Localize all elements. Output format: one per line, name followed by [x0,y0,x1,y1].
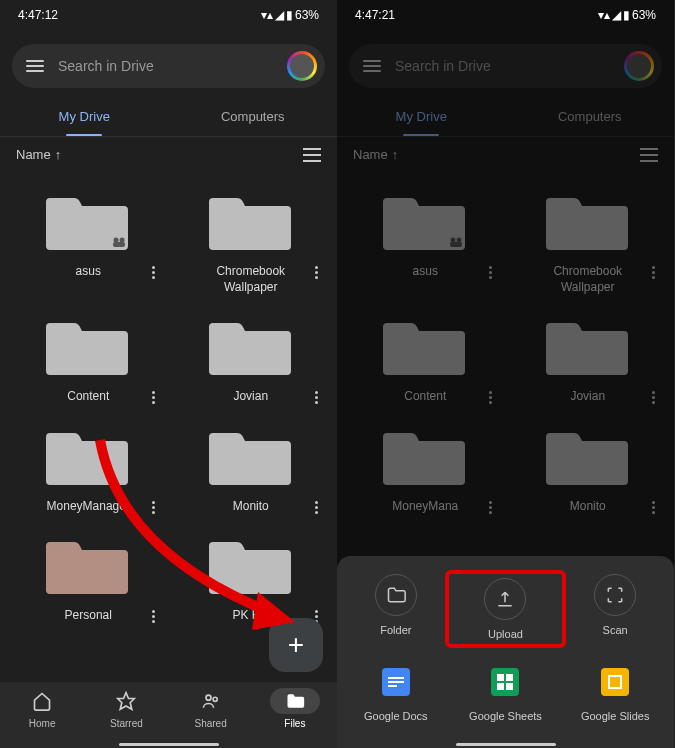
sheet-docs[interactable]: Google Docs [343,662,449,722]
folder-item[interactable]: Chromebook Wallpaper [508,182,667,301]
scan-icon [594,574,636,616]
folder-label: Chromebook Wallpaper [193,264,310,295]
gesture-bar [456,743,556,746]
svg-point-6 [206,695,211,700]
shared-icon [186,688,236,714]
avatar[interactable] [287,51,317,81]
search-bar[interactable]: Search in Drive [349,44,662,88]
status-time: 4:47:12 [18,8,58,22]
tab-my-drive[interactable]: My Drive [0,96,169,136]
more-icon[interactable] [147,264,161,279]
more-icon[interactable] [147,608,161,623]
status-right: ▾▴ ◢ ▮ 63% [261,8,319,22]
battery-icon: ▮ [286,8,293,22]
sheet-folder[interactable]: Folder [343,574,449,644]
battery-pct: 63% [295,8,319,22]
nav-home[interactable]: Home [0,688,84,748]
folder-icon [203,423,297,493]
folder-item[interactable]: Monito [171,417,330,521]
docs-icon [376,662,416,702]
folder-icon [40,532,134,602]
folder-icon [540,188,634,258]
search-input[interactable]: Search in Drive [58,58,273,74]
folder-item[interactable]: asus [345,182,504,301]
svg-marker-5 [118,693,135,710]
sheet-label: Folder [380,624,411,636]
folder-grid: asusChromebook WallpaperContentJovianMon… [0,172,337,630]
folder-item[interactable]: Jovian [508,307,667,411]
folder-label: Content [30,389,147,405]
view-toggle-icon[interactable] [303,148,321,162]
nav-shared[interactable]: Shared [169,688,253,748]
folder-item[interactable]: Monito [508,417,667,521]
folder-icon [540,423,634,493]
more-icon[interactable] [484,389,498,404]
tab-computers[interactable]: Computers [506,96,675,136]
nav-files[interactable]: Files [253,688,337,748]
folder-label: asus [30,264,147,280]
nav-star[interactable]: Starred [84,688,168,748]
sheet-scan[interactable]: Scan [562,574,668,644]
fab-add-button[interactable]: + [269,618,323,672]
sort-row: Name↑ [337,137,674,172]
folder-item[interactable]: MoneyMana [345,417,504,521]
status-right: ▾▴ ◢ ▮ 63% [598,8,656,22]
more-icon[interactable] [147,499,161,514]
more-icon[interactable] [646,264,660,279]
more-icon[interactable] [309,389,323,404]
menu-icon[interactable] [26,60,44,72]
sheet-label: Upload [488,628,523,640]
screen-left: 4:47:12 ▾▴ ◢ ▮ 63% Search in Drive My Dr… [0,0,337,748]
upload-icon [484,578,526,620]
search-input[interactable]: Search in Drive [395,58,610,74]
search-bar[interactable]: Search in Drive [12,44,325,88]
sheet-slides[interactable]: Google Slides [562,662,668,722]
more-icon[interactable] [309,264,323,279]
tabs: My Drive Computers [337,96,674,136]
tab-my-drive[interactable]: My Drive [337,96,506,136]
more-icon[interactable] [484,264,498,279]
folder-label: asus [367,264,484,280]
folder-item[interactable]: Content [8,307,167,411]
slides-icon [595,662,635,702]
folder-item[interactable]: ↻PK HD [171,526,330,630]
more-icon[interactable] [309,499,323,514]
status-bar: 4:47:21 ▾▴ ◢ ▮ 63% [337,0,674,30]
folder-icon [375,574,417,616]
folder-item[interactable]: Personal [8,526,167,630]
svg-point-8 [451,238,456,243]
view-toggle-icon[interactable] [640,148,658,162]
folder-item[interactable]: Content [345,307,504,411]
more-icon[interactable] [484,499,498,514]
more-icon[interactable] [147,389,161,404]
sort-button[interactable]: Name↑ [16,147,61,162]
folder-label: Personal [30,608,147,624]
sheet-sheets[interactable]: Google Sheets [453,662,559,722]
folder-icon [40,423,134,493]
sort-button[interactable]: Name↑ [353,147,398,162]
folder-label: Monito [530,499,647,515]
folder-item[interactable]: MoneyManager [8,417,167,521]
sheets-icon [485,662,525,702]
more-icon[interactable] [646,499,660,514]
folder-label: Jovian [193,389,310,405]
files-icon [270,688,320,714]
nav-label: Shared [195,718,227,729]
tab-computers[interactable]: Computers [169,96,338,136]
avatar[interactable] [624,51,654,81]
svg-point-7 [213,697,217,701]
folder-item[interactable]: Chromebook Wallpaper [171,182,330,301]
sheet-label: Google Sheets [469,710,542,722]
folder-icon [377,188,471,258]
folder-label: Monito [193,499,310,515]
menu-icon[interactable] [363,60,381,72]
home-icon [17,688,67,714]
folder-item[interactable]: Jovian [171,307,330,411]
sheet-upload[interactable]: Upload [445,570,567,648]
screen-right: 4:47:21 ▾▴ ◢ ▮ 63% Search in Drive My Dr… [337,0,674,748]
folder-item[interactable]: asus [8,182,167,301]
more-icon[interactable] [646,389,660,404]
sheet-label: Google Slides [581,710,650,722]
arrow-up-icon: ↑ [392,147,399,162]
signal-icon: ◢ [275,8,284,22]
